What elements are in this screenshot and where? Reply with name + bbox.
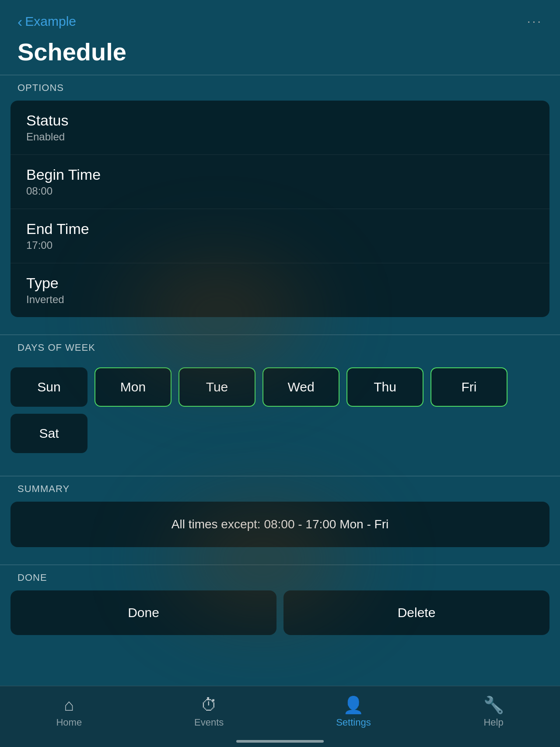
day-mon[interactable]: Mon — [94, 367, 172, 407]
type-value: Inverted — [26, 293, 534, 306]
day-thu[interactable]: Thu — [346, 367, 424, 407]
status-value: Enabled — [26, 131, 534, 143]
end-time-title: End Time — [26, 220, 534, 237]
type-title: Type — [26, 275, 534, 292]
day-sat[interactable]: Sat — [10, 414, 88, 453]
scroll-area: OPTIONS Status Enabled Begin Time 08:00 … — [0, 75, 560, 747]
back-label: Example — [25, 14, 76, 29]
home-icon: ⌂ — [64, 697, 74, 713]
tab-bar: ⌂ Home ⏱ Events 👤 Settings 🔧 Help — [0, 686, 560, 747]
tab-home-label: Home — [56, 717, 82, 728]
tab-events-label: Events — [194, 717, 224, 728]
days-label: DAYS OF WEEK — [18, 342, 95, 353]
tab-help-label: Help — [483, 717, 503, 728]
status-title: Status — [26, 112, 534, 129]
settings-icon: 👤 — [343, 697, 364, 713]
days-header: DAYS OF WEEK — [0, 335, 560, 360]
tab-settings[interactable]: 👤 Settings — [336, 697, 371, 728]
tab-help[interactable]: 🔧 Help — [483, 697, 504, 728]
summary-header: SUMMARY — [0, 476, 560, 502]
tab-settings-label: Settings — [336, 717, 371, 728]
options-label: OPTIONS — [18, 82, 64, 94]
tab-events[interactable]: ⏱ Events — [194, 697, 224, 728]
options-group: Status Enabled Begin Time 08:00 End Time… — [10, 101, 550, 317]
summary-text: All times except: 08:00 - 17:00 Mon - Fr… — [10, 502, 550, 547]
status-row[interactable]: Status Enabled — [10, 101, 550, 155]
end-time-value: 17:00 — [26, 239, 534, 251]
day-fri[interactable]: Fri — [430, 367, 508, 407]
delete-button[interactable]: Delete — [284, 590, 550, 635]
done-header: DONE — [0, 565, 560, 590]
type-row[interactable]: Type Inverted — [10, 263, 550, 317]
days-grid: Sun Mon Tue Wed Thu Fri Sat — [0, 360, 560, 467]
page: ‹ Example ··· Schedule OPTIONS Status En… — [0, 0, 560, 747]
done-label: DONE — [18, 572, 47, 583]
options-header: OPTIONS — [0, 75, 560, 101]
home-indicator — [236, 740, 324, 743]
begin-time-title: Begin Time — [26, 166, 534, 183]
done-button[interactable]: Done — [10, 590, 276, 635]
top-nav: ‹ Example ··· — [0, 0, 560, 33]
day-sun[interactable]: Sun — [10, 367, 88, 407]
done-section: DONE Done Delete — [0, 565, 560, 635]
done-group: Done Delete — [10, 590, 550, 635]
help-icon: 🔧 — [483, 697, 504, 713]
back-chevron-icon: ‹ — [18, 14, 22, 29]
events-icon: ⏱ — [201, 697, 217, 713]
begin-time-row[interactable]: Begin Time 08:00 — [10, 155, 550, 209]
summary-section: SUMMARY All times except: 08:00 - 17:00 … — [0, 476, 560, 547]
options-section: OPTIONS Status Enabled Begin Time 08:00 … — [0, 75, 560, 317]
begin-time-value: 08:00 — [26, 185, 534, 197]
back-button[interactable]: ‹ Example — [18, 14, 76, 29]
day-tue[interactable]: Tue — [178, 367, 256, 407]
more-options-icon[interactable]: ··· — [527, 14, 542, 28]
page-title: Schedule — [0, 33, 560, 75]
day-wed[interactable]: Wed — [262, 367, 340, 407]
days-section: DAYS OF WEEK Sun Mon Tue Wed Thu Fri Sat — [0, 335, 560, 467]
tab-home[interactable]: ⌂ Home — [56, 697, 82, 728]
end-time-row[interactable]: End Time 17:00 — [10, 209, 550, 263]
summary-label: SUMMARY — [18, 483, 70, 495]
